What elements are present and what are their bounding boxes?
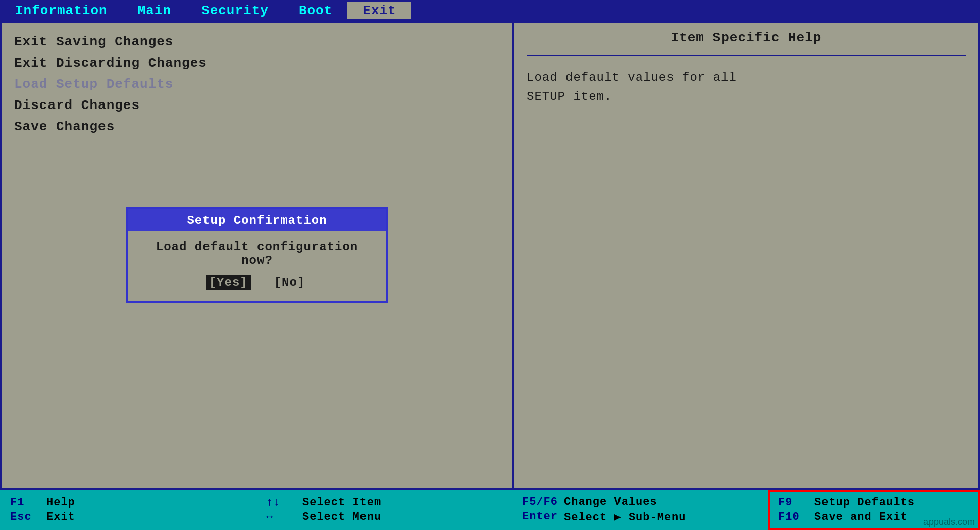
- menu-item-main[interactable]: Main: [123, 2, 186, 19]
- watermark: appuals.com: [923, 517, 975, 527]
- exit-saving-changes[interactable]: Exit Saving Changes: [12, 33, 502, 51]
- desc-select-item: Select Item: [302, 496, 381, 509]
- key-enter: Enter: [522, 510, 558, 524]
- left-panel: Exit Saving Changes Exit Discarding Chan…: [2, 23, 514, 488]
- menu-item-security[interactable]: Security: [186, 2, 284, 19]
- key-f9: F9: [778, 496, 808, 509]
- menu-item-boot[interactable]: Boot: [284, 2, 347, 19]
- status-col-3: F5/F6 Change Values Enter Select ▶ Sub-M…: [512, 490, 768, 530]
- exit-discarding-changes[interactable]: Exit Discarding Changes: [12, 54, 502, 72]
- status-bar: F1 Help Esc Exit ↑↓ Select Item ↔ Select…: [0, 490, 980, 530]
- load-setup-defaults[interactable]: Load Setup Defaults: [12, 75, 502, 93]
- menu-item-exit[interactable]: Exit: [347, 2, 411, 19]
- key-esc: Esc: [10, 511, 40, 523]
- dialog-question: Load default configuration now?: [138, 240, 376, 268]
- status-updown: ↑↓ Select Item: [266, 496, 502, 509]
- status-enter: Enter Select ▶ Sub-Menu: [522, 510, 758, 524]
- dialog-title: Setup Confirmation: [128, 209, 386, 231]
- status-leftright: ↔ Select Menu: [266, 511, 502, 523]
- help-panel-title: Item Specific Help: [527, 30, 966, 45]
- menu-item-information[interactable]: Information: [0, 2, 123, 19]
- status-esc: Esc Exit: [10, 511, 246, 523]
- key-f10: F10: [778, 511, 808, 523]
- status-f5f6: F5/F6 Change Values: [522, 496, 758, 508]
- dialog-no-button[interactable]: [No]: [271, 275, 308, 290]
- status-col-1: F1 Help Esc Exit: [0, 490, 256, 530]
- dialog-body: Load default configuration now? [Yes] [N…: [128, 231, 386, 301]
- status-col-2: ↑↓ Select Item ↔ Select Menu: [256, 490, 512, 530]
- key-updown: ↑↓: [266, 496, 296, 509]
- desc-exit: Exit: [46, 511, 75, 523]
- setup-confirmation-dialog: Setup Confirmation Load default configur…: [126, 207, 388, 303]
- status-f1: F1 Help: [10, 496, 246, 509]
- help-line2: SETUP item.: [527, 90, 612, 103]
- desc-setup-defaults: Setup Defaults: [814, 496, 915, 509]
- menu-bar: Information Main Security Boot Exit: [0, 0, 980, 21]
- right-panel: Item Specific Help Load default values f…: [514, 23, 978, 488]
- desc-help: Help: [46, 496, 75, 509]
- key-leftright: ↔: [266, 511, 296, 523]
- key-f5f6: F5/F6: [522, 496, 558, 508]
- help-text: Load default values for all SETUP item.: [527, 68, 966, 107]
- desc-sub-menu: Select ▶ Sub-Menu: [564, 510, 686, 524]
- discard-changes[interactable]: Discard Changes: [12, 96, 502, 115]
- desc-save-exit: Save and Exit: [814, 511, 908, 523]
- dialog-buttons: [Yes] [No]: [138, 275, 376, 290]
- status-f9: F9 Setup Defaults: [778, 496, 970, 509]
- desc-change-values: Change Values: [564, 496, 657, 508]
- save-changes[interactable]: Save Changes: [12, 118, 502, 136]
- help-line1: Load default values for all: [527, 71, 737, 84]
- help-panel-divider: [527, 55, 966, 56]
- dialog-yes-button[interactable]: [Yes]: [206, 275, 251, 290]
- desc-select-menu: Select Menu: [302, 511, 381, 523]
- content-area: Exit Saving Changes Exit Discarding Chan…: [0, 21, 980, 490]
- key-f1: F1: [10, 496, 40, 509]
